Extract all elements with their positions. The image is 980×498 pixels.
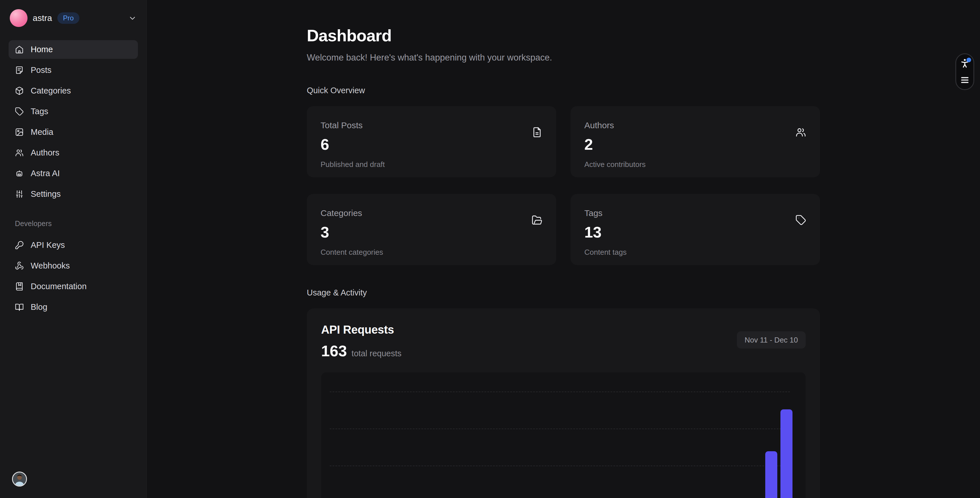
chart-bar-slot [625, 372, 641, 498]
card-value: 13 [584, 223, 806, 241]
chart-bar-slot [594, 372, 609, 498]
card-label: Tags [584, 208, 806, 218]
sidebar-item-label: Blog [31, 302, 47, 312]
sidebar-section-label: Developers [9, 219, 138, 228]
sidebar-item-label: Categories [31, 86, 71, 96]
sidebar-item-authors[interactable]: Authors [9, 144, 138, 162]
sidebar-item-label: API Keys [31, 240, 65, 250]
chart-bar-slot [779, 372, 794, 498]
card-description: Published and draft [321, 160, 542, 169]
chart-bar-slot [471, 372, 487, 498]
overview-cards: Total Posts6Published and draftAuthors2A… [307, 106, 820, 265]
overview-card-total-posts: Total Posts6Published and draft [307, 106, 556, 177]
chart-bar-slot [563, 372, 579, 498]
card-description: Content tags [584, 248, 806, 257]
date-range-badge: Nov 11 - Dec 10 [737, 331, 806, 348]
api-requests-card: API Requests 163 total requests Nov 11 -… [307, 308, 820, 498]
card-description: Active contributors [584, 160, 806, 169]
menu-button[interactable] [959, 75, 970, 85]
chart-bar-slot [718, 372, 733, 498]
chart-bar-slot [686, 372, 702, 498]
user-photo [13, 472, 26, 486]
api-requests-total: 163 [321, 342, 347, 360]
webhook-icon [15, 261, 24, 270]
chart-bar-slot [640, 372, 656, 498]
sliders-icon [15, 190, 24, 198]
chart-bar-slot [502, 372, 517, 498]
file-text-icon [531, 127, 542, 138]
chart-bar-slot [441, 372, 456, 498]
workspace-switcher[interactable]: astra Pro [9, 9, 138, 27]
chart-bar-slot [409, 372, 425, 498]
chart-bar-slot [733, 372, 748, 498]
sidebar-item-tags[interactable]: Tags [9, 102, 138, 121]
overview-card-categories: Categories3Content categories [307, 194, 556, 265]
page-subtitle: Welcome back! Here's what's happening wi… [307, 53, 820, 63]
page-title: Dashboard [307, 26, 820, 45]
workspace-name: astra [33, 13, 52, 23]
tag-icon [795, 215, 806, 225]
sidebar-item-documentation[interactable]: Documentation [9, 277, 138, 296]
chart-bar-slot [425, 372, 441, 498]
chart-bar-slot [456, 372, 471, 498]
chart-bar-slot [348, 372, 364, 498]
sidebar-item-label: Astra AI [31, 169, 60, 178]
workspace-logo [10, 9, 27, 27]
chart-bar-slot [379, 372, 394, 498]
sidebar-item-label: Home [31, 45, 53, 54]
sidebar-item-categories[interactable]: Categories [9, 81, 138, 100]
chart-bar-slot [548, 372, 563, 498]
overview-card-authors: Authors2Active contributors [571, 106, 820, 177]
card-label: Categories [321, 208, 542, 218]
sidebar-item-home[interactable]: Home [9, 40, 138, 59]
user-avatar[interactable] [12, 472, 27, 487]
card-description: Content categories [321, 248, 542, 257]
users-icon [795, 127, 806, 138]
main-content: Dashboard Welcome back! Here's what's ha… [147, 0, 980, 498]
package-icon [15, 86, 24, 95]
card-value: 3 [321, 223, 542, 241]
chart-bar-slot [702, 372, 718, 498]
sidebar-item-label: Authors [31, 148, 59, 158]
chart-bar-slot [487, 372, 502, 498]
tag-icon [15, 107, 24, 116]
sidebar-item-label: Tags [31, 107, 48, 116]
sidebar-item-api-keys[interactable]: API Keys [9, 236, 138, 254]
api-requests-title: API Requests [321, 323, 401, 336]
usage-activity-label: Usage & Activity [307, 288, 820, 297]
posts-icon [15, 66, 24, 75]
book-open-icon [15, 303, 24, 311]
sidebar-item-webhooks[interactable]: Webhooks [9, 257, 138, 275]
image-icon [15, 128, 24, 137]
chart-bar-slot [671, 372, 687, 498]
sidebar-item-label: Posts [31, 65, 52, 75]
overview-card-tags: Tags13Content tags [571, 194, 820, 265]
sidebar-nav-developers: API KeysWebhooksDocumentationBlog [9, 236, 138, 316]
key-icon [15, 241, 24, 250]
sidebar-item-label: Documentation [31, 282, 87, 291]
users-icon [15, 148, 24, 157]
chart-bar-slot [609, 372, 625, 498]
sidebar-item-astra-ai[interactable]: Astra AI [9, 164, 138, 183]
sidebar-item-label: Webhooks [31, 261, 70, 271]
sidebar-item-settings[interactable]: Settings [9, 185, 138, 203]
chart-bar-slot [656, 372, 671, 498]
bot-icon [15, 169, 24, 178]
quick-overview-label: Quick Overview [307, 86, 820, 95]
plan-badge: Pro [57, 12, 80, 24]
chart-bar [780, 409, 792, 498]
accessibility-button[interactable] [959, 58, 970, 69]
chevron-down-icon [128, 14, 137, 22]
chart-bar-slot [394, 372, 410, 498]
card-value: 2 [584, 136, 806, 153]
card-label: Authors [584, 120, 806, 130]
sidebar-nav-main: HomePostsCategoriesTagsMediaAuthorsAstra… [9, 40, 138, 203]
sidebar-item-posts[interactable]: Posts [9, 61, 138, 80]
sidebar-item-blog[interactable]: Blog [9, 298, 138, 316]
api-requests-total-label: total requests [352, 349, 401, 358]
chart-bar-slot [579, 372, 594, 498]
sidebar-item-media[interactable]: Media [9, 123, 138, 141]
sidebar-item-label: Media [31, 128, 53, 137]
api-requests-chart [321, 372, 806, 498]
chart-bar-slot [363, 372, 379, 498]
